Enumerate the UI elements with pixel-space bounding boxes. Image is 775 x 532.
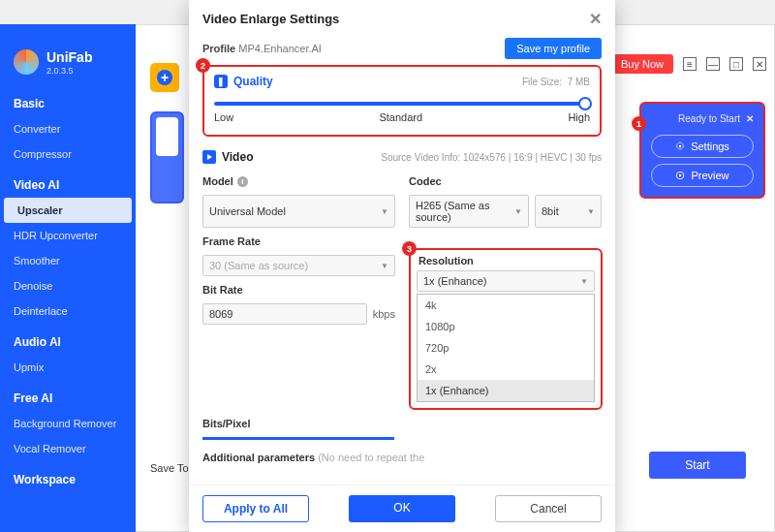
slider-knob[interactable] [578,97,592,110]
video-section-header: Video Source Video Info: 1024x576 | 16:9… [202,150,602,164]
preview-button[interactable]: Preview [651,164,754,187]
chevron-down-icon: ▼ [580,277,588,286]
add-file-button[interactable]: + [150,63,179,92]
resolution-option[interactable]: 2x [418,359,594,380]
quality-low: Low [214,111,233,123]
model-label: Modeli [202,175,395,187]
nav-heading-free-ai[interactable]: Free AI [0,380,136,411]
nav-heading-audio-ai[interactable]: Audio AI [0,324,136,355]
kbps-label: kbps [373,308,395,320]
video-source-info: Source Video Info: 1024x576 | 16:9 | HEV… [381,152,602,163]
codec-label: Codec [409,175,602,187]
ok-button[interactable]: OK [349,495,455,522]
sidebar-item-compressor[interactable]: Compressor [0,141,136,167]
settings-menu-icon[interactable]: ≡ [683,57,697,71]
quality-label: Quality [233,75,273,88]
cancel-button[interactable]: Cancel [495,495,602,522]
frame-rate-label: Frame Rate [202,235,395,247]
model-select[interactable]: Universal Model▼ [202,195,395,228]
video-thumbnail[interactable] [150,111,184,203]
logo-icon [14,49,39,75]
logo-block: UniFab 2.0.3.5 [0,48,136,85]
video-label: Video [222,150,253,164]
video-icon [202,150,216,164]
nav-heading-basic[interactable]: Basic [0,85,136,116]
slider-labels: Low Standard High [214,111,590,123]
app-name: UniFab [46,49,92,65]
chevron-down-icon: ▼ [381,262,388,270]
apply-all-button[interactable]: Apply to All [202,495,309,522]
resolution-options: 4k 1080p 720p 2x 1x (Enhance) [417,294,595,402]
quality-standard: Standard [379,111,422,123]
sidebar-item-hdr[interactable]: HDR Upconverter [0,223,136,248]
sidebar-item-converter[interactable]: Converter [0,116,136,141]
save-to-label: Save To [150,462,189,474]
profile-row: Profile MP4.Enhancer.AI Save my profile [202,38,602,65]
resolution-label: Resolution [411,252,601,270]
additional-params: Additional parameters (No need to repeat… [202,452,602,463]
resolution-option[interactable]: 4k [418,295,594,316]
quality-high: High [568,111,590,123]
bits-pixel-slider[interactable] [202,437,394,440]
dialog-body: Profile MP4.Enhancer.AI Save my profile … [189,38,615,485]
profile-value: MP4.Enhancer.AI [238,43,322,54]
bit-rate-label: Bit Rate [202,284,395,296]
resolution-option[interactable]: 1080p [418,316,594,337]
save-profile-button[interactable]: Save my profile [505,38,602,59]
ready-label: Ready to Start✕ [651,113,754,129]
nav-heading-video-ai[interactable]: Video AI [0,167,136,198]
sidebar-item-upscaler[interactable]: Upscaler [4,198,132,223]
svg-marker-2 [680,173,683,176]
profile-label: Profile [202,43,235,54]
settings-button[interactable]: Settings [651,135,754,158]
codec-select[interactable]: H265 (Same as source)▼ [409,195,529,228]
quality-slider[interactable] [214,102,590,106]
dialog-title: Video Enlarge Settings [202,12,339,26]
sidebar: UniFab 2.0.3.5 Basic Converter Compresso… [0,24,136,532]
chevron-down-icon: ▼ [514,207,522,216]
sidebar-item-vocalremover[interactable]: Vocal Remover [0,436,136,461]
close-window-icon[interactable]: ✕ [753,57,766,71]
maximize-icon[interactable]: □ [729,57,743,71]
resolution-select[interactable]: 1x (Enhance)▼ [417,270,595,292]
resolution-option[interactable]: 720p [418,337,594,359]
app-version: 2.0.3.5 [46,66,92,76]
panel-close-icon[interactable]: ✕ [746,113,754,124]
sidebar-item-smoother[interactable]: Smoother [0,248,136,273]
start-button[interactable]: Start [649,452,746,479]
nav-heading-workspace[interactable]: Workspace [0,461,136,492]
callout-badge-2: 2 [196,58,210,73]
svg-point-0 [679,145,682,148]
quality-section: 2 ❚Quality File Size: 7 MB Low Standard … [202,65,602,137]
frame-rate-select[interactable]: 30 (Same as source)▼ [202,255,395,276]
info-icon[interactable]: i [237,176,248,187]
bitdepth-select[interactable]: 8bit▼ [535,195,602,228]
ready-panel: 1 Ready to Start✕ Settings Preview [639,102,765,199]
file-size: File Size: 7 MB [522,77,590,87]
resolution-dropdown: 3 Resolution 1x (Enhance)▼ 4k 1080p 720p… [409,248,603,410]
dialog-header: Video Enlarge Settings ✕ [189,0,615,38]
resolution-option[interactable]: 1x (Enhance) [418,380,594,401]
buy-now-button[interactable]: Buy Now [611,54,673,74]
bits-pixel-label: Bits/Pixel [202,418,602,429]
dialog-footer: Apply to All OK Cancel [189,485,615,532]
chevron-down-icon: ▼ [381,207,388,216]
quality-icon: ❚ [214,75,228,88]
minimize-icon[interactable]: — [706,57,720,71]
callout-badge-3: 3 [402,241,417,256]
bit-rate-input[interactable]: 8069 [202,303,367,325]
callout-badge-1: 1 [632,116,646,131]
dialog-close-icon[interactable]: ✕ [589,10,602,28]
video-enlarge-dialog: Video Enlarge Settings ✕ Profile MP4.Enh… [189,0,615,532]
chevron-down-icon: ▼ [587,207,595,216]
sidebar-item-deinterlace[interactable]: Deinterlace [0,298,136,324]
sidebar-item-bgremover[interactable]: Background Remover [0,411,136,436]
sidebar-item-denoise[interactable]: Denoise [0,273,136,298]
sidebar-item-upmix[interactable]: Upmix [0,355,136,380]
